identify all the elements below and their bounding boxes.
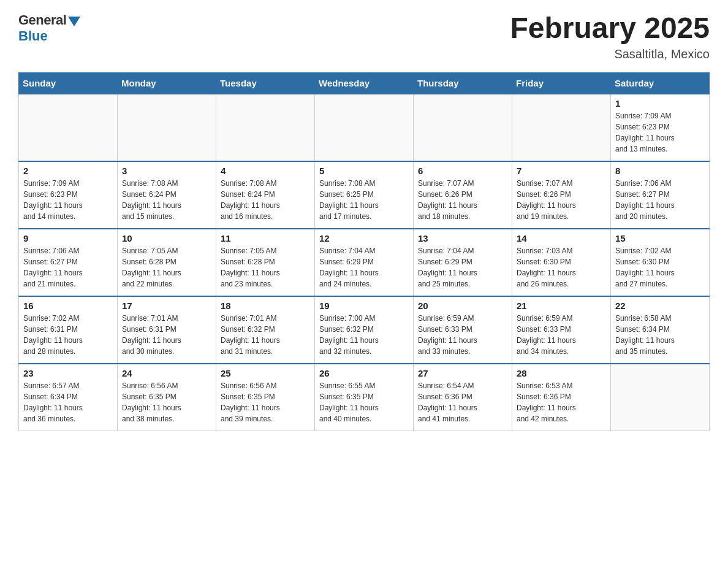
calendar-cell: 22Sunrise: 6:58 AM Sunset: 6:34 PM Dayli…	[611, 296, 710, 364]
day-number: 22	[615, 301, 705, 311]
calendar-header-tuesday: Tuesday	[216, 72, 315, 94]
calendar-header-friday: Friday	[512, 72, 611, 94]
day-info: Sunrise: 7:05 AM Sunset: 6:28 PM Dayligh…	[122, 245, 211, 289]
day-number: 19	[319, 301, 409, 311]
day-number: 9	[23, 233, 113, 243]
day-number: 8	[615, 166, 705, 176]
calendar-header-wednesday: Wednesday	[315, 72, 414, 94]
day-number: 20	[418, 301, 507, 311]
calendar-cell: 20Sunrise: 6:59 AM Sunset: 6:33 PM Dayli…	[414, 296, 512, 364]
day-number: 24	[122, 368, 211, 378]
calendar-cell: 5Sunrise: 7:08 AM Sunset: 6:25 PM Daylig…	[315, 161, 414, 229]
calendar-cell: 15Sunrise: 7:02 AM Sunset: 6:30 PM Dayli…	[611, 229, 710, 296]
logo: General Blue	[18, 12, 80, 44]
day-number: 4	[221, 166, 310, 176]
calendar-week-row: 1Sunrise: 7:09 AM Sunset: 6:23 PM Daylig…	[19, 94, 710, 161]
day-number: 17	[122, 301, 211, 311]
day-info: Sunrise: 6:53 AM Sunset: 6:36 PM Dayligh…	[517, 380, 606, 424]
calendar-cell: 19Sunrise: 7:00 AM Sunset: 6:32 PM Dayli…	[315, 296, 414, 364]
day-info: Sunrise: 6:55 AM Sunset: 6:35 PM Dayligh…	[319, 380, 409, 424]
day-info: Sunrise: 7:04 AM Sunset: 6:29 PM Dayligh…	[418, 245, 507, 289]
day-number: 25	[221, 368, 310, 378]
calendar-header-thursday: Thursday	[414, 72, 512, 94]
calendar-cell: 25Sunrise: 6:56 AM Sunset: 6:35 PM Dayli…	[216, 364, 315, 431]
day-info: Sunrise: 7:01 AM Sunset: 6:32 PM Dayligh…	[221, 313, 310, 357]
day-number: 12	[319, 233, 409, 243]
calendar-cell: 16Sunrise: 7:02 AM Sunset: 6:31 PM Dayli…	[19, 296, 118, 364]
day-number: 15	[615, 233, 705, 243]
day-number: 27	[418, 368, 507, 378]
day-info: Sunrise: 6:56 AM Sunset: 6:35 PM Dayligh…	[221, 380, 310, 424]
calendar-cell: 11Sunrise: 7:05 AM Sunset: 6:28 PM Dayli…	[216, 229, 315, 296]
day-number: 16	[23, 301, 113, 311]
day-info: Sunrise: 7:09 AM Sunset: 6:23 PM Dayligh…	[23, 178, 113, 222]
day-info: Sunrise: 7:08 AM Sunset: 6:24 PM Dayligh…	[122, 178, 211, 222]
calendar-cell: 7Sunrise: 7:07 AM Sunset: 6:26 PM Daylig…	[512, 161, 611, 229]
calendar-week-row: 16Sunrise: 7:02 AM Sunset: 6:31 PM Dayli…	[19, 296, 710, 364]
day-info: Sunrise: 7:08 AM Sunset: 6:25 PM Dayligh…	[319, 178, 409, 222]
calendar-cell: 4Sunrise: 7:08 AM Sunset: 6:24 PM Daylig…	[216, 161, 315, 229]
calendar-header-sunday: Sunday	[19, 72, 118, 94]
day-info: Sunrise: 7:08 AM Sunset: 6:24 PM Dayligh…	[221, 178, 310, 222]
day-number: 21	[517, 301, 606, 311]
calendar-header-row: SundayMondayTuesdayWednesdayThursdayFrid…	[19, 72, 710, 94]
day-info: Sunrise: 6:54 AM Sunset: 6:36 PM Dayligh…	[418, 380, 507, 424]
calendar-cell	[414, 94, 512, 161]
calendar-cell	[315, 94, 414, 161]
calendar-cell: 3Sunrise: 7:08 AM Sunset: 6:24 PM Daylig…	[118, 161, 216, 229]
day-info: Sunrise: 6:57 AM Sunset: 6:34 PM Dayligh…	[23, 380, 113, 424]
calendar-cell: 6Sunrise: 7:07 AM Sunset: 6:26 PM Daylig…	[414, 161, 512, 229]
calendar-cell	[19, 94, 118, 161]
calendar-week-row: 23Sunrise: 6:57 AM Sunset: 6:34 PM Dayli…	[19, 364, 710, 431]
calendar-cell: 13Sunrise: 7:04 AM Sunset: 6:29 PM Dayli…	[414, 229, 512, 296]
day-number: 5	[319, 166, 409, 176]
day-number: 23	[23, 368, 113, 378]
day-info: Sunrise: 6:59 AM Sunset: 6:33 PM Dayligh…	[517, 313, 606, 357]
calendar-cell	[118, 94, 216, 161]
calendar-cell: 28Sunrise: 6:53 AM Sunset: 6:36 PM Dayli…	[512, 364, 611, 431]
day-info: Sunrise: 7:00 AM Sunset: 6:32 PM Dayligh…	[319, 313, 409, 357]
logo-blue-text: Blue	[18, 28, 48, 44]
day-number: 13	[418, 233, 507, 243]
calendar-cell: 17Sunrise: 7:01 AM Sunset: 6:31 PM Dayli…	[118, 296, 216, 364]
day-number: 2	[23, 166, 113, 176]
day-number: 7	[517, 166, 606, 176]
calendar-cell	[216, 94, 315, 161]
day-number: 1	[615, 98, 705, 109]
day-info: Sunrise: 7:07 AM Sunset: 6:26 PM Dayligh…	[517, 178, 606, 222]
day-info: Sunrise: 7:07 AM Sunset: 6:26 PM Dayligh…	[418, 178, 507, 222]
day-info: Sunrise: 7:04 AM Sunset: 6:29 PM Dayligh…	[319, 245, 409, 289]
calendar-cell	[512, 94, 611, 161]
logo-general-text: General	[18, 12, 66, 28]
calendar-table: SundayMondayTuesdayWednesdayThursdayFrid…	[18, 72, 710, 432]
day-info: Sunrise: 7:06 AM Sunset: 6:27 PM Dayligh…	[23, 245, 113, 289]
page-header: General Blue February 2025 Sasaltitla, M…	[18, 12, 710, 61]
day-number: 3	[122, 166, 211, 176]
day-number: 10	[122, 233, 211, 243]
calendar-cell: 9Sunrise: 7:06 AM Sunset: 6:27 PM Daylig…	[19, 229, 118, 296]
day-number: 11	[221, 233, 310, 243]
day-info: Sunrise: 7:02 AM Sunset: 6:31 PM Dayligh…	[23, 313, 113, 357]
day-number: 26	[319, 368, 409, 378]
calendar-cell: 24Sunrise: 6:56 AM Sunset: 6:35 PM Dayli…	[118, 364, 216, 431]
page-title: February 2025	[510, 12, 710, 45]
day-info: Sunrise: 7:02 AM Sunset: 6:30 PM Dayligh…	[615, 245, 705, 289]
day-info: Sunrise: 6:58 AM Sunset: 6:34 PM Dayligh…	[615, 313, 705, 357]
calendar-cell: 27Sunrise: 6:54 AM Sunset: 6:36 PM Dayli…	[414, 364, 512, 431]
calendar-cell: 1Sunrise: 7:09 AM Sunset: 6:23 PM Daylig…	[611, 94, 710, 161]
calendar-cell: 18Sunrise: 7:01 AM Sunset: 6:32 PM Dayli…	[216, 296, 315, 364]
calendar-header-saturday: Saturday	[611, 72, 710, 94]
calendar-cell: 23Sunrise: 6:57 AM Sunset: 6:34 PM Dayli…	[19, 364, 118, 431]
calendar-cell: 10Sunrise: 7:05 AM Sunset: 6:28 PM Dayli…	[118, 229, 216, 296]
day-info: Sunrise: 7:05 AM Sunset: 6:28 PM Dayligh…	[221, 245, 310, 289]
calendar-week-row: 2Sunrise: 7:09 AM Sunset: 6:23 PM Daylig…	[19, 161, 710, 229]
calendar-cell: 8Sunrise: 7:06 AM Sunset: 6:27 PM Daylig…	[611, 161, 710, 229]
page-subtitle: Sasaltitla, Mexico	[510, 47, 710, 61]
day-number: 6	[418, 166, 507, 176]
calendar-cell: 12Sunrise: 7:04 AM Sunset: 6:29 PM Dayli…	[315, 229, 414, 296]
day-info: Sunrise: 7:09 AM Sunset: 6:23 PM Dayligh…	[615, 110, 705, 155]
day-number: 14	[517, 233, 606, 243]
title-section: February 2025 Sasaltitla, Mexico	[510, 12, 710, 61]
day-info: Sunrise: 6:59 AM Sunset: 6:33 PM Dayligh…	[418, 313, 507, 357]
calendar-cell: 26Sunrise: 6:55 AM Sunset: 6:35 PM Dayli…	[315, 364, 414, 431]
